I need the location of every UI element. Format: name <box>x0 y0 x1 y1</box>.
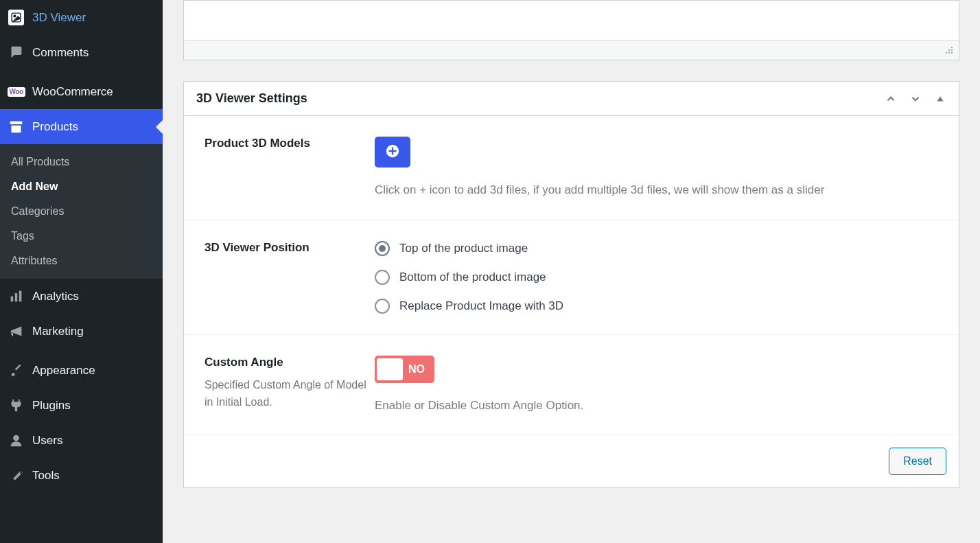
sidebar-submenu-products: All Products Add New Categories Tags Att… <box>0 144 163 279</box>
radio-position-replace[interactable]: Replace Product Image with 3D <box>375 299 938 314</box>
sidebar-item-appearance[interactable]: Appearance <box>0 353 163 388</box>
reset-button[interactable]: Reset <box>889 448 946 475</box>
sidebar-item-marketing[interactable]: Marketing <box>0 314 163 349</box>
editor-textarea-box <box>183 0 959 60</box>
svg-rect-3 <box>12 126 21 133</box>
svg-rect-2 <box>10 122 23 124</box>
metabox-header: 3D Viewer Settings <box>184 82 959 116</box>
svg-point-10 <box>951 49 953 51</box>
sidebar-item-label: Users <box>32 434 62 448</box>
sidebar-item-comments[interactable]: Comments <box>0 35 163 70</box>
sidebar-item-label: Appearance <box>32 364 95 378</box>
sidebar-item-label: Products <box>32 120 78 134</box>
setting-row-custom-angle: Custom Angle Specified Custom Angle of M… <box>184 335 959 436</box>
add-3d-model-button[interactable] <box>375 137 410 167</box>
setting-help-text: Click on + icon to add 3d files, if you … <box>375 181 938 199</box>
toggle-state-label: NO <box>408 363 425 376</box>
megaphone-icon <box>8 323 24 339</box>
sidebar-subitem-all-products[interactable]: All Products <box>0 150 163 174</box>
sidebar-item-3dviewer[interactable]: 3D Viewer <box>0 0 163 35</box>
sidebar-subitem-tags[interactable]: Tags <box>0 224 163 249</box>
svg-point-8 <box>951 47 953 48</box>
metabox-actions: Reset <box>184 435 959 487</box>
move-up-icon[interactable] <box>885 93 897 105</box>
sidebar-item-label: Tools <box>32 469 60 483</box>
main-content: 3D Viewer Settings Product 3D Models <box>163 0 980 543</box>
radio-icon <box>375 299 390 314</box>
radio-label: Top of the product image <box>399 242 528 255</box>
svg-rect-4 <box>11 297 14 302</box>
sidebar-item-label: Comments <box>32 46 89 60</box>
svg-rect-6 <box>19 291 22 302</box>
svg-point-13 <box>951 52 953 54</box>
metabox-3d-viewer-settings: 3D Viewer Settings Product 3D Models <box>183 81 959 488</box>
woo-icon: Woo <box>8 84 24 100</box>
radio-position-top[interactable]: Top of the product image <box>375 241 938 256</box>
move-down-icon[interactable] <box>909 93 922 105</box>
sidebar-item-label: Marketing <box>32 325 84 338</box>
svg-point-7 <box>13 435 19 441</box>
sidebar-item-products[interactable]: Products <box>0 109 163 144</box>
svg-point-9 <box>948 49 950 51</box>
radio-icon <box>375 270 390 285</box>
bar-chart-icon <box>8 288 24 304</box>
sidebar-item-analytics[interactable]: Analytics <box>0 279 163 314</box>
sidebar-subitem-add-new[interactable]: Add New <box>0 174 163 199</box>
svg-point-11 <box>946 52 947 54</box>
brush-icon <box>8 362 24 378</box>
sidebar-item-label: Analytics <box>32 290 79 303</box>
sidebar-item-label: WooCommerce <box>32 85 113 99</box>
sidebar-subitem-attributes[interactable]: Attributes <box>0 249 163 273</box>
wrench-icon <box>8 467 24 483</box>
collapse-icon[interactable] <box>934 93 946 105</box>
metabox-title: 3D Viewer Settings <box>196 91 307 106</box>
setting-label: Product 3D Models <box>205 137 375 150</box>
radio-icon <box>375 241 390 256</box>
radio-label: Bottom of the product image <box>399 270 546 284</box>
plus-circle-icon <box>385 143 400 161</box>
setting-help-text: Enable or Disable Custom Angle Option. <box>375 397 938 415</box>
svg-rect-5 <box>15 293 18 301</box>
sidebar-item-tools[interactable]: Tools <box>0 458 163 493</box>
sidebar-item-woocommerce[interactable]: Woo WooCommerce <box>0 74 163 109</box>
sidebar-item-label: 3D Viewer <box>32 11 86 25</box>
radio-position-bottom[interactable]: Bottom of the product image <box>375 270 938 285</box>
svg-point-12 <box>948 52 950 54</box>
sidebar-subitem-categories[interactable]: Categories <box>0 199 163 224</box>
setting-description: Specified Custom Angle of Model in Initi… <box>205 376 375 411</box>
image-icon <box>8 10 24 25</box>
radio-label: Replace Product Image with 3D <box>399 299 563 313</box>
plug-icon <box>8 397 24 413</box>
sidebar-item-label: Plugins <box>32 399 71 413</box>
archive-icon <box>8 119 24 135</box>
svg-point-1 <box>14 15 16 17</box>
comment-icon <box>8 45 24 60</box>
setting-row-3d-models: Product 3D Models Click on + icon to add… <box>184 116 959 220</box>
sidebar-item-plugins[interactable]: Plugins <box>0 388 163 423</box>
user-icon <box>8 432 24 448</box>
editor-textarea[interactable] <box>184 1 959 41</box>
setting-label: Custom Angle <box>205 356 375 369</box>
toggle-custom-angle[interactable]: NO <box>375 356 434 383</box>
resize-handle-icon[interactable] <box>944 45 953 56</box>
toggle-handle <box>377 358 403 380</box>
setting-row-position: 3D Viewer Position Top of the product im… <box>184 220 959 335</box>
setting-label: 3D Viewer Position <box>205 241 375 255</box>
sidebar-item-users[interactable]: Users <box>0 423 163 458</box>
admin-sidebar: 3D Viewer Comments Woo WooCommerce Produ… <box>0 0 163 543</box>
